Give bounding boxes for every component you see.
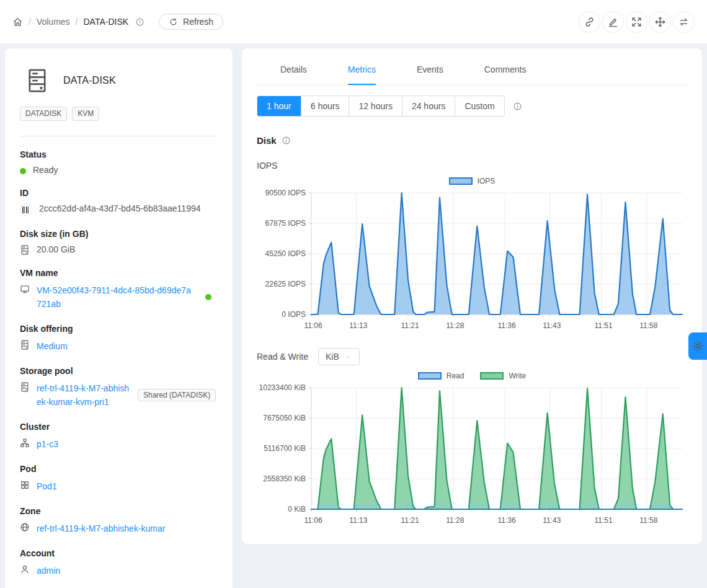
chart-title-row: IOPS: [257, 161, 687, 171]
svg-text:11:58: 11:58: [639, 516, 657, 525]
time-range-custom[interactable]: Custom: [455, 96, 504, 116]
section-label: Disk offering: [20, 324, 218, 334]
info-circle-icon[interactable]: [282, 136, 291, 145]
volume-info-card: DATA-DISK DATADISKKVM StatusReadyID2ccc6…: [5, 48, 233, 588]
home-icon[interactable]: [12, 17, 23, 27]
svg-text:11:28: 11:28: [446, 321, 464, 330]
tab-events[interactable]: Events: [417, 65, 443, 85]
time-range-24-hours[interactable]: 24 hours: [402, 96, 455, 116]
svg-text:11:28: 11:28: [446, 516, 464, 525]
svg-text:22625 IOPS: 22625 IOPS: [265, 280, 306, 288]
time-range-6-hours[interactable]: 6 hours: [301, 96, 349, 116]
edit-icon: [607, 16, 619, 28]
top-header: / Volumes / DATA-DISK ? Refresh: [0, 0, 707, 43]
svg-text:5116700 KiB: 5116700 KiB: [264, 444, 306, 453]
section-value-zone[interactable]: ref-trl-4119-k-M7-abhishek-kumar: [37, 522, 165, 535]
legend-label: Write: [509, 372, 526, 380]
section-value-row: VM-52e00f43-7911-4dc4-85bd-d69de7a721ab: [20, 283, 218, 311]
section-value-storage-pool[interactable]: ref-trl-4119-k-M7-abhishek-kumar-kvm-pri…: [37, 381, 131, 409]
refresh-label: Refresh: [183, 17, 213, 27]
svg-text:11:13: 11:13: [349, 321, 367, 330]
svg-text:11:51: 11:51: [594, 321, 612, 330]
section-disk-offering: Disk offeringMedium: [20, 324, 218, 353]
refresh-button[interactable]: Refresh: [159, 14, 223, 30]
section-vm-name: VM nameVM-52e00f43-7911-4dc4-85bd-d69de7…: [20, 268, 218, 311]
legend-label: Read: [447, 372, 465, 380]
section-value-row: ref-trl-4119-k-M7-abhishek-kumar-kvm-pri…: [20, 381, 218, 409]
swap-button[interactable]: [673, 11, 695, 33]
resource-title: DATA-DISK: [63, 75, 116, 86]
legend-item-iops[interactable]: IOPS: [449, 177, 496, 185]
hdd-icon: [20, 340, 30, 350]
section-value-status: Ready: [33, 165, 58, 175]
fullscreen-icon: [631, 16, 643, 28]
desktop-icon: [20, 284, 30, 294]
section-value-account[interactable]: admin: [37, 564, 60, 577]
svg-text:45250 IOPS: 45250 IOPS: [265, 249, 306, 258]
breadcrumb-separator: /: [76, 17, 78, 27]
breadcrumb-volumes-link[interactable]: Volumes: [37, 17, 70, 27]
chart-block-iops: IOPSIOPS0 IOPS22625 IOPS45250 IOPS67875 …: [257, 161, 687, 333]
section-label: Status: [20, 149, 218, 159]
drag-button[interactable]: [649, 11, 671, 33]
hdd-icon: [20, 245, 30, 255]
section-value-vm-name[interactable]: VM-52e00f43-7911-4dc4-85bd-d69de7a721ab: [37, 283, 194, 311]
section-value-row: 2ccc62dd-af4a-43d7-bd45-6b83aae11994: [20, 203, 218, 216]
svg-text:11:43: 11:43: [543, 516, 561, 525]
edit-button[interactable]: [602, 11, 624, 33]
section-label: Zone: [20, 506, 218, 516]
section-value-cluster[interactable]: p1-c3: [37, 437, 58, 451]
legend-item-read[interactable]: Read: [418, 372, 465, 380]
volume-icon: [27, 68, 47, 93]
chart-read-write: 0 KiB2558350 KiB5116700 KiB7675050 KiB10…: [257, 381, 687, 528]
section-zone: Zoneref-trl-4119-k-M7-abhishek-kumar: [20, 506, 218, 535]
unit-select[interactable]: KiB: [318, 348, 360, 365]
metrics-group-label: Disk: [257, 135, 277, 146]
swap-icon: [678, 16, 690, 28]
settings-fab[interactable]: [688, 332, 707, 360]
time-range-12-hours[interactable]: 12 hours: [349, 96, 401, 116]
question-circle-icon[interactable]: ?: [135, 17, 145, 27]
section-value-row: Pod1: [20, 479, 218, 493]
section-value-row: Ready: [20, 165, 218, 175]
tab-comments[interactable]: Comments: [484, 65, 527, 85]
svg-text:7675050 KiB: 7675050 KiB: [263, 414, 306, 422]
tag-datadisk: DATADISK: [20, 107, 67, 121]
cluster-icon: [20, 438, 30, 448]
svg-text:11:21: 11:21: [401, 321, 419, 330]
section-disk-size-in-gb: Disk size (in GB)20.00 GiB: [20, 229, 218, 255]
global-icon: [20, 522, 30, 532]
svg-text:0 IOPS: 0 IOPS: [282, 310, 306, 319]
time-range-group: 1 hour6 hours12 hours24 hoursCustom: [257, 96, 505, 117]
info-circle-icon[interactable]: [513, 102, 522, 111]
time-range-row: 1 hour6 hours12 hours24 hoursCustom: [257, 96, 687, 117]
section-label: Disk size (in GB): [20, 229, 218, 239]
time-range-1-hour[interactable]: 1 hour: [257, 96, 301, 116]
section-value-disk-offering[interactable]: Medium: [37, 339, 68, 353]
section-value-id: 2ccc62dd-af4a-43d7-bd45-6b83aae11994: [39, 203, 201, 213]
section-label: Pod: [20, 464, 218, 474]
gear-icon: [691, 340, 704, 352]
tab-details[interactable]: Details: [280, 65, 307, 85]
divider: [20, 136, 218, 136]
legend-label: IOPS: [478, 177, 496, 185]
link-button[interactable]: [579, 11, 600, 33]
metrics-group-title: Disk: [257, 135, 687, 146]
tab-metrics[interactable]: Metrics: [348, 65, 376, 85]
breadcrumb-current: DATA-DISK: [83, 17, 128, 27]
chart-iops: 0 IOPS22625 IOPS45250 IOPS67875 IOPS9050…: [257, 187, 687, 333]
status-dot: [20, 168, 26, 174]
legend-swatch: [418, 372, 442, 380]
section-value-row: 20.00 GiB: [20, 244, 218, 255]
section-value-row: admin: [20, 564, 218, 577]
barcode-icon: [20, 203, 32, 216]
section-pod: PodPod1: [20, 464, 218, 493]
fullscreen-button[interactable]: [626, 11, 647, 33]
legend-item-write[interactable]: Write: [480, 372, 526, 380]
breadcrumb-separator: /: [29, 17, 31, 27]
svg-text:?: ?: [139, 19, 141, 24]
chart-title: Read & Write: [257, 352, 308, 362]
section-id: ID2ccc62dd-af4a-43d7-bd45-6b83aae11994: [20, 188, 218, 216]
section-value-pod[interactable]: Pod1: [37, 479, 57, 493]
main-content: DATA-DISK DATADISKKVM StatusReadyID2ccc6…: [0, 43, 707, 588]
